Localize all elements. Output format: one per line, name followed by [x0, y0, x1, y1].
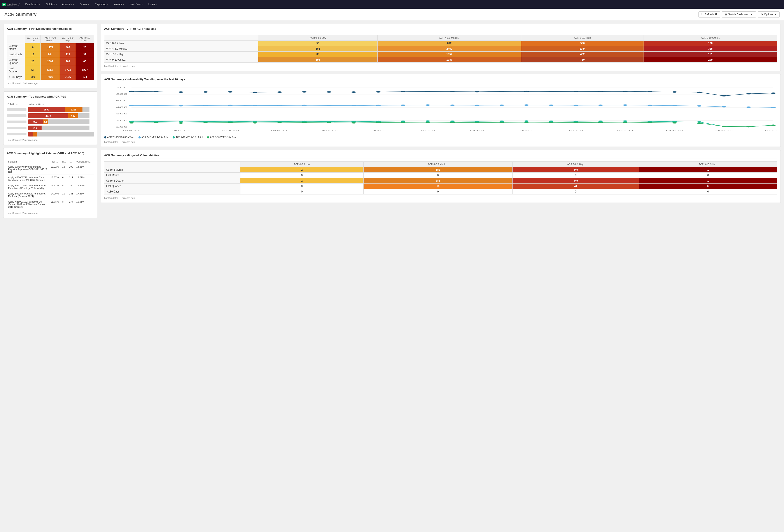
- svg-point-89: [647, 121, 652, 122]
- mit-cell: 0: [512, 189, 639, 194]
- svg-point-65: [722, 106, 726, 107]
- svg-point-63: [672, 105, 677, 106]
- bar-seg-red: 916: [28, 125, 41, 130]
- svg-point-55: [475, 105, 479, 106]
- svg-point-118: [697, 122, 702, 124]
- top-subnets-card: ACR Summary - Top Subnets with ACR 7-10 …: [3, 91, 97, 145]
- patches-card: ACR Summary - Highlighted Patches (VPR a…: [3, 148, 97, 218]
- svg-point-51: [376, 105, 381, 106]
- fd-cell: 2592: [40, 57, 60, 66]
- svg-point-16: [178, 91, 183, 93]
- svg-text:200: 200: [116, 119, 128, 121]
- mit-row-label: Current Quarter: [104, 178, 241, 184]
- main-content: ACR Summary - First Discovered Vulnerabi…: [0, 20, 784, 221]
- mit-col-low: ACR 0-3.9 Low: [240, 162, 364, 167]
- fd-last-updated: Last Updated: 2 minutes ago: [7, 82, 94, 85]
- vpr-cell: 2462: [377, 46, 521, 52]
- patches-row: Apply KB5007192: Windows 10 Version 1607…: [7, 199, 94, 210]
- mit-col-med: ACR 4-6.9 Mediu...: [364, 162, 512, 167]
- nav-analysis[interactable]: Analysis ▼: [60, 0, 77, 9]
- top-subnets-title: ACR Summary - Top Subnets with ACR 7-10: [7, 95, 94, 100]
- nav-solutions[interactable]: Solutions: [44, 0, 59, 9]
- svg-point-91: [697, 121, 702, 123]
- vpr-cell: 892: [377, 41, 521, 46]
- svg-text:Dec 5: Dec 5: [470, 130, 484, 131]
- vpr-col-crit: ACR 9-10 Critic...: [644, 35, 777, 41]
- mitigated-table: ACR 0-3.9 Low ACR 4-6.9 Mediu... ACR 7-8…: [104, 162, 777, 194]
- right-column: ACR Summary - VPR to ACR Heat Map ACR 0-…: [101, 24, 781, 218]
- mit-cell: 2: [240, 178, 364, 184]
- svg-point-104: [351, 122, 356, 123]
- vpr-cell: 586: [521, 41, 644, 46]
- svg-point-82: [475, 121, 479, 122]
- svg-point-52: [401, 105, 405, 106]
- refresh-all-button[interactable]: ↻ Refresh All: [698, 11, 720, 18]
- svg-point-64: [697, 105, 702, 107]
- bar-container: 993 389: [28, 119, 94, 124]
- vpr-cell: 50: [258, 41, 377, 46]
- nav-scans[interactable]: Scans ▼: [78, 0, 92, 9]
- switch-dashboard-button[interactable]: ⊞ Switch Dashboard ▼: [722, 11, 756, 18]
- bar-seg-gray: [78, 113, 89, 118]
- svg-text:Nov 27: Nov 27: [271, 130, 288, 131]
- svg-point-49: [327, 105, 331, 106]
- svg-text:Nov 29: Nov 29: [320, 130, 338, 131]
- svg-point-43: [178, 105, 183, 106]
- nav-users[interactable]: Users ▼: [146, 0, 160, 9]
- svg-point-28: [475, 91, 479, 92]
- svg-point-77: [351, 121, 356, 122]
- svg-point-111: [524, 122, 529, 123]
- vpr-cell: 299: [644, 57, 777, 62]
- fd-cell: 26: [76, 43, 94, 52]
- fd-cell: 3106: [60, 74, 76, 80]
- svg-point-78: [376, 121, 381, 122]
- vpr-cell: 1052: [377, 52, 521, 57]
- svg-text:Nov 25: Nov 25: [222, 130, 239, 131]
- svg-point-121: [771, 124, 776, 126]
- patch-h: 6: [61, 175, 68, 183]
- nav-dashboard[interactable]: Dashboard ▼: [23, 0, 43, 9]
- bar-seg-gray: [37, 132, 94, 137]
- subnet-ip: [7, 114, 26, 117]
- svg-point-33: [598, 91, 603, 92]
- mit-col-crit: ACR 9-10 Critic...: [639, 162, 777, 167]
- left-column: ACR Summary - First Discovered Vulnerabi…: [3, 24, 97, 218]
- bar-seg-gray: [82, 107, 89, 112]
- svg-text:700: 700: [116, 86, 128, 89]
- switch-dashboard-label: Switch Dashboard: [728, 13, 749, 16]
- mit-cell: 0: [639, 189, 777, 194]
- nav-reporting[interactable]: Reporting ▼: [92, 0, 111, 9]
- legend-dot: [138, 136, 141, 138]
- patches-col-risk: Risk ...: [49, 160, 61, 164]
- subnet-row: [7, 132, 94, 137]
- mit-cell: 0: [639, 173, 777, 178]
- fd-col-crit: ACR 9-10 Critic...: [76, 35, 94, 43]
- svg-point-79: [401, 120, 405, 122]
- brand[interactable]: ▶ tenable.sc+: [2, 3, 20, 6]
- switch-dashboard-arrow: ▼: [751, 13, 753, 16]
- fd-cell: 25: [25, 57, 41, 66]
- fd-col-med: ACR 4-6.9 Mediu...: [40, 35, 60, 43]
- svg-text:Dec 16: Dec 16: [764, 130, 777, 131]
- svg-point-61: [623, 104, 627, 106]
- nav-workflow[interactable]: Workflow ▼: [128, 0, 145, 9]
- options-label: Options: [764, 13, 773, 16]
- legend-item: ACR 7-10 VPR 0-3.9 - Total: [104, 136, 134, 138]
- patch-t: 299: [68, 164, 75, 175]
- subnet-row: 916: [7, 125, 94, 130]
- vpr-heatmap-table: ACR 0-3.9 Low ACR 4-6.9 Mediu... ACR 7-8…: [104, 35, 777, 62]
- options-button[interactable]: ⚙ Options ▼: [758, 11, 780, 18]
- gear-icon: ⚙: [761, 13, 763, 16]
- vpr-cell: 1987: [377, 57, 521, 62]
- fd-row-label: > 180 Days: [7, 74, 25, 80]
- vpr-cell: 760: [521, 57, 644, 62]
- subnet-ip: [7, 120, 26, 123]
- vpr-cell: 325: [644, 46, 777, 52]
- subnet-row: 2509 1213: [7, 107, 94, 112]
- svg-point-40: [771, 92, 776, 94]
- nav-assets[interactable]: Assets ▼: [112, 0, 127, 9]
- patch-t: 177: [68, 199, 75, 210]
- navbar: ▶ tenable.sc+ Dashboard ▼ Solutions Anal…: [0, 0, 784, 9]
- legend-label: ACR 7-10 VPR 0-3.9 - Total: [107, 136, 134, 138]
- fd-col-high: ACR 7-8.9 High: [60, 35, 76, 43]
